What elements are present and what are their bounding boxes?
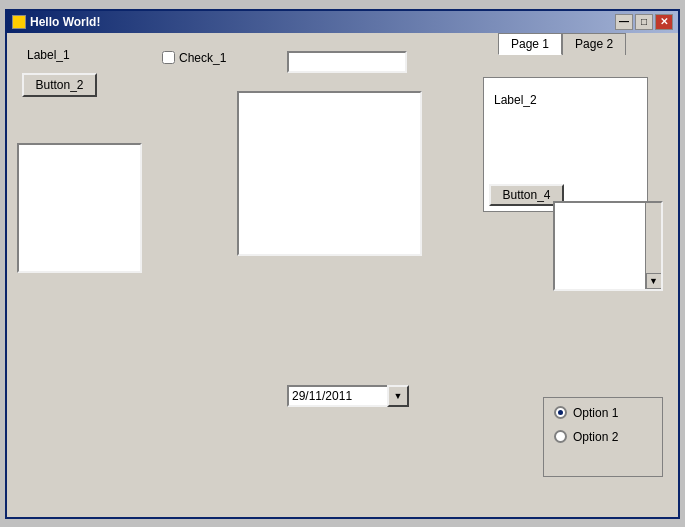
window-title: Hello World! — [30, 15, 100, 29]
listbox-inner — [555, 203, 645, 289]
radio-option2-label: Option 2 — [573, 430, 618, 444]
radio-option1-btn[interactable] — [554, 406, 567, 419]
listbox-scrollbar: ▼ — [645, 203, 661, 289]
radio-option2-btn[interactable] — [554, 430, 567, 443]
tab-page1-content: Label_2 Button_4 — [484, 78, 647, 211]
label-1: Label_1 — [27, 48, 70, 62]
scrollbar-down-arrow[interactable]: ▼ — [646, 273, 662, 289]
button-2[interactable]: Button_2 — [22, 73, 97, 97]
tab-panel: Page 1 Page 2 Label_2 Button_4 — [498, 55, 663, 190]
radio-option1[interactable]: Option 1 — [554, 406, 652, 420]
listbox[interactable]: ▼ — [553, 201, 663, 291]
checkbox-area: Check_1 — [162, 51, 226, 65]
check-1-input[interactable] — [162, 51, 175, 64]
check-1-label: Check_1 — [179, 51, 226, 65]
window-icon — [12, 15, 26, 29]
radio-option1-label: Option 1 — [573, 406, 618, 420]
tab-panel-border: Label_2 Button_4 — [483, 77, 648, 212]
tab-headers: Page 1 Page 2 — [498, 33, 626, 55]
radio-group: Option 1 Option 2 — [543, 397, 663, 477]
small-box — [17, 143, 142, 273]
text-input-top[interactable] — [287, 51, 407, 73]
maximize-button[interactable]: □ — [635, 14, 653, 30]
label-2: Label_2 — [494, 93, 637, 107]
titlebar-left: Hello World! — [12, 15, 100, 29]
minimize-button[interactable]: — — [615, 14, 633, 30]
date-dropdown-button[interactable]: ▼ — [387, 385, 409, 407]
date-picker-area: ▼ — [287, 385, 409, 407]
main-window: Hello World! — □ ✕ Label_1 Button_2 Chec… — [5, 9, 680, 519]
radio-option2[interactable]: Option 2 — [554, 430, 652, 444]
titlebar: Hello World! — □ ✕ — [7, 11, 678, 33]
date-input[interactable] — [287, 385, 387, 407]
window-body: Label_1 Button_2 Check_1 Page 1 Page 2 L… — [7, 33, 678, 517]
titlebar-buttons: — □ ✕ — [615, 14, 673, 30]
tab-page1[interactable]: Page 1 — [498, 33, 562, 55]
large-box — [237, 91, 422, 256]
close-button[interactable]: ✕ — [655, 14, 673, 30]
tab-page2[interactable]: Page 2 — [562, 33, 626, 55]
